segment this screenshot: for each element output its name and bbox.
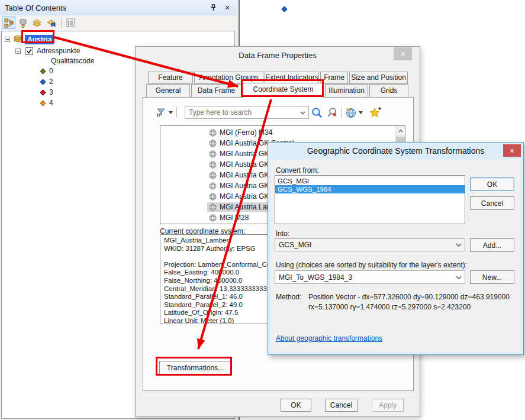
list-by-drawing-order-icon[interactable] [2,17,15,29]
search-input[interactable]: Type here to search [185,106,309,119]
globe-icon [209,129,217,137]
dialog-divider [141,393,414,394]
class-symbol-diamond [40,89,46,95]
globe-icon [209,150,217,158]
dialog-content: Convert from: GCS_MGIGCS_WGS_1984 OK Can… [270,159,521,352]
tab-extent-indicators[interactable]: Extent Indicators [265,72,319,84]
list-item-label: MGI M28 [220,214,249,222]
tab-grids[interactable]: Grids [369,84,408,97]
list-item[interactable]: GCS_WGS_1984 [275,185,465,193]
tab-data-frame[interactable]: Data Frame [191,84,241,97]
list-item[interactable]: MGI (Ferro) M34 [160,127,405,138]
scroll-up-icon[interactable] [395,126,405,136]
add-button[interactable]: Add... [470,238,514,252]
search-placeholder: Type here to search [189,108,252,117]
tab-illumination[interactable]: Illumination [325,84,368,97]
add-to-favorites-icon[interactable] [369,106,381,119]
using-select[interactable]: MGI_To_WGS_1984_3 [275,270,465,284]
method-label: Method: [276,293,301,301]
legend-field-label: Qualitätscode [51,57,94,65]
transformations-button[interactable]: Transformations... [159,361,231,375]
ok-button[interactable]: OK [470,177,514,191]
filter-dropdown-icon[interactable] [169,106,173,119]
list-item-label: MGI (Ferro) M34 [220,128,272,137]
globe-icon [209,203,217,211]
class-label: 0 [49,67,53,75]
method-value-line1: Position Vector - dx=577.326000 dy=90.12… [308,293,510,301]
into-value: GCS_MGI [279,241,311,249]
globe-icon [209,140,217,147]
tab-coordinate-system[interactable]: Coordinate System [243,83,324,98]
tab-size-and-position[interactable]: Size and Position [349,72,408,84]
filter-icon[interactable] [156,106,166,119]
collapse-icon[interactable] [15,49,21,54]
clear-search-icon[interactable] [326,106,337,119]
search-icon[interactable] [311,106,323,119]
group-layer-icon [13,34,23,44]
dialog-title: Data Frame Properties [136,51,420,60]
tab-annotation-groups[interactable]: Annotation Groups [194,72,263,84]
into-label: Into: [276,230,289,238]
map-point-marker [282,7,288,12]
collapse-icon[interactable] [5,37,10,42]
toc-title: Table Of Contents [5,4,204,12]
class-label: 2 [49,77,53,86]
tab-general[interactable]: General [146,84,190,97]
globe-icon [209,161,217,169]
chevron-down-icon[interactable] [456,241,462,249]
toc-titlebar: Table Of Contents × [0,0,237,15]
tree-row-group[interactable]: Austria [2,33,234,46]
globe-icon [209,182,217,190]
list-by-visibility-icon[interactable] [30,17,44,29]
convert-from-list[interactable]: GCS_MGIGCS_WGS_1984 [275,175,465,224]
search-row: Type here to search [143,105,413,120]
tab-row-front: GeneralData FrameCoordinate SystemIllumi… [146,84,408,97]
cancel-button[interactable]: Cancel [470,196,514,210]
group-layer-label[interactable]: Austria [25,35,54,44]
arcmap-screen: Table Of Contents × [0,0,525,420]
globe-dropdown-icon[interactable] [359,106,363,119]
list-item-label: MGI Austria GK [220,171,269,179]
layer-label[interactable]: Adresspunkte [37,47,80,55]
convert-from-label: Convert from: [276,166,319,175]
list-by-selection-icon[interactable] [44,17,58,29]
dialog-title: Geographic Coordinate System Transformat… [268,146,523,156]
class-label: 4 [49,99,53,107]
class-symbol-diamond [40,100,46,106]
pin-icon[interactable] [208,3,218,12]
close-icon[interactable]: × [394,47,412,60]
class-label: 3 [49,88,53,96]
ok-button[interactable]: OK [281,399,311,412]
separator [176,107,177,118]
list-item-label: MGI Austria GK [220,192,269,201]
layer-visibility-checkbox[interactable] [25,47,33,55]
using-value: MGI_To_WGS_1984_3 [279,273,352,282]
gcs-transformations-dialog: Geographic Coordinate System Transformat… [268,142,524,355]
toolbar-separator [61,18,62,28]
options-icon[interactable] [64,17,78,29]
tab-frame[interactable]: Frame [320,72,348,84]
list-item[interactable]: GCS_MGI [275,177,465,185]
separator [341,107,342,118]
list-item-label: MGI Austria GK [220,182,269,190]
list-item-label: MGI Austria GK [220,150,269,158]
list-by-source-icon[interactable] [16,17,30,29]
chevron-down-icon[interactable] [456,273,462,282]
class-symbol-diamond [40,79,46,85]
globe-options-icon[interactable] [345,106,356,119]
close-icon[interactable]: × [223,3,232,12]
method-value-line2: rx=5.137000 ry=1.474000 rz=5.297000 s=2.… [308,303,471,311]
class-symbol-diamond [40,68,46,74]
tab-feature-cache[interactable]: Feature Cache [148,72,193,84]
chevron-down-icon[interactable] [300,108,305,117]
apply-button: Apply [372,399,404,412]
into-select[interactable]: GCS_MGI [275,238,465,251]
globe-icon [209,172,217,179]
about-transformations-link[interactable]: About geographic transformations [276,334,382,343]
globe-icon [209,214,217,222]
toc-toolbar [0,15,237,30]
close-icon[interactable]: × [503,144,521,157]
new-button[interactable]: New... [470,270,514,284]
using-label: Using (choices are sorted by suitability… [276,261,467,269]
cancel-button[interactable]: Cancel [325,399,357,412]
